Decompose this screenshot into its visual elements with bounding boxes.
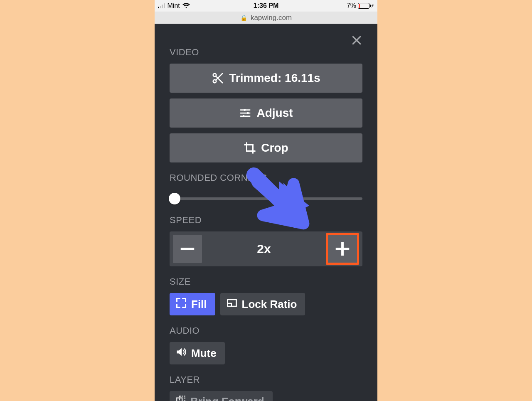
adjust-button[interactable]: Adjust bbox=[170, 98, 362, 128]
section-size: SIZE bbox=[170, 276, 362, 287]
adjust-label: Adjust bbox=[256, 106, 293, 120]
wifi-icon bbox=[182, 3, 190, 9]
slider-track bbox=[170, 197, 362, 200]
speed-value: 2x bbox=[202, 242, 326, 256]
trim-button[interactable]: Trimmed: 16.11s bbox=[170, 64, 362, 93]
svg-point-3 bbox=[247, 112, 249, 114]
scissors-icon bbox=[212, 72, 224, 84]
status-time: 1:36 PM bbox=[254, 2, 278, 10]
fill-label: Fill bbox=[191, 298, 207, 311]
section-video: VIDEO bbox=[170, 47, 362, 58]
aspect-ratio-icon bbox=[226, 297, 238, 312]
ios-status-bar: Mint 1:36 PM 7% ⚡︎ bbox=[155, 0, 377, 12]
svg-point-2 bbox=[244, 109, 246, 111]
lock-icon: 🔒 bbox=[240, 15, 247, 21]
speed-stepper: 2x bbox=[170, 231, 362, 266]
editor-panel: VIDEO Trimmed: 16.11s bbox=[155, 24, 377, 401]
fullscreen-icon bbox=[175, 297, 187, 312]
fill-button[interactable]: Fill bbox=[170, 293, 215, 315]
section-layer: LAYER bbox=[170, 374, 362, 385]
close-icon bbox=[351, 35, 362, 46]
bring-forward-button[interactable]: Bring Forward bbox=[170, 391, 273, 401]
speaker-icon bbox=[175, 346, 187, 361]
signal-bars-icon bbox=[158, 3, 165, 8]
trim-label: Trimmed: 16.11s bbox=[229, 71, 320, 85]
layers-icon bbox=[175, 395, 186, 401]
sliders-icon bbox=[239, 107, 251, 119]
minus-icon bbox=[179, 241, 196, 257]
lock-ratio-label: Lock Ratio bbox=[242, 298, 297, 311]
lock-ratio-button[interactable]: Lock Ratio bbox=[220, 293, 305, 315]
rounded-corners-slider[interactable] bbox=[170, 192, 362, 205]
crop-button[interactable]: Crop bbox=[170, 133, 362, 162]
speed-decrease-button[interactable] bbox=[173, 235, 202, 263]
slider-thumb[interactable] bbox=[169, 193, 180, 204]
section-audio: AUDIO bbox=[170, 325, 362, 336]
section-rounded-corners: ROUNDED CORNERS bbox=[170, 172, 362, 183]
crop-label: Crop bbox=[261, 141, 288, 155]
battery-icon bbox=[358, 3, 369, 9]
section-speed: SPEED bbox=[170, 215, 362, 226]
mute-button[interactable]: Mute bbox=[170, 342, 225, 364]
svg-point-4 bbox=[243, 115, 245, 117]
carrier-name: Mint bbox=[167, 2, 180, 10]
safari-url-bar[interactable]: 🔒 kapwing.com bbox=[155, 12, 377, 24]
plus-icon bbox=[334, 241, 351, 257]
phone-screenshot: Mint 1:36 PM 7% ⚡︎ 🔒 kapwing.com bbox=[155, 0, 377, 401]
url-domain: kapwing.com bbox=[251, 14, 292, 22]
close-button[interactable] bbox=[348, 32, 365, 49]
battery-percentage: 7% bbox=[347, 2, 356, 10]
charging-icon: ⚡︎ bbox=[371, 3, 374, 8]
speed-increase-button[interactable] bbox=[326, 233, 359, 265]
crop-icon bbox=[244, 142, 256, 154]
mute-label: Mute bbox=[191, 347, 217, 360]
bring-forward-label: Bring Forward bbox=[190, 395, 264, 401]
